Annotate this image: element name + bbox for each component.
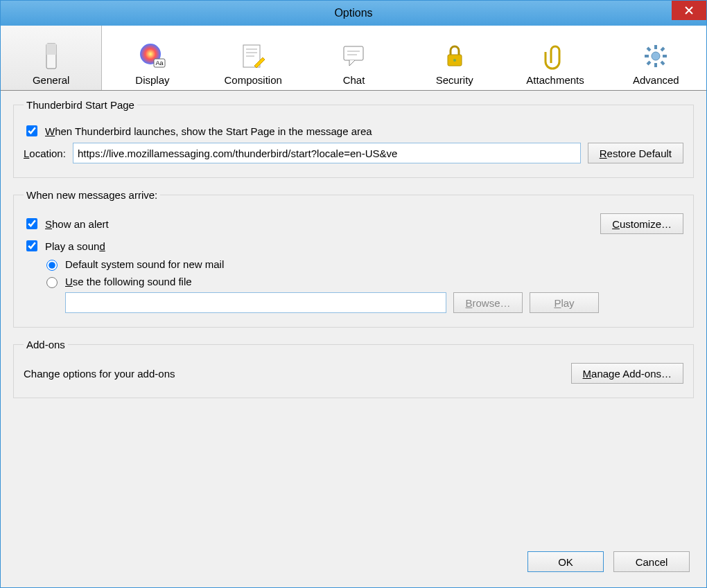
play-sound-label[interactable]: Play a sound — [24, 238, 105, 253]
close-button[interactable] — [672, 1, 706, 20]
svg-rect-9 — [344, 46, 363, 60]
dialog-footer: OK Cancel — [1, 539, 706, 587]
tab-label: Advanced — [633, 74, 679, 86]
restore-default-button[interactable]: Restore Default — [588, 143, 683, 163]
content-area: Thunderbird Start Page When Thunderbird … — [1, 91, 706, 539]
svg-text:Aa: Aa — [155, 60, 163, 66]
display-icon: Aa — [139, 42, 166, 70]
titlebar: Options — [1, 1, 706, 26]
options-window: Options General Aa Display — [0, 0, 707, 588]
svg-line-22 — [647, 62, 650, 64]
svg-line-20 — [661, 62, 664, 64]
security-icon — [441, 42, 469, 70]
show-alert-checkbox[interactable] — [26, 218, 37, 229]
tab-attachments[interactable]: Attachments — [505, 26, 605, 90]
group-addons: Add-ons Change options for your add-ons … — [13, 339, 694, 398]
custom-sound-radio[interactable] — [46, 277, 58, 288]
tab-security[interactable]: Security — [404, 26, 505, 90]
tab-label: Attachments — [526, 74, 584, 86]
svg-point-14 — [652, 52, 660, 60]
location-label: Location: — [24, 148, 66, 159]
group-legend: When new messages arrive: — [24, 189, 160, 201]
tab-display[interactable]: Aa Display — [102, 26, 202, 90]
tab-composition[interactable]: Composition — [203, 26, 304, 90]
tab-label: Display — [135, 74, 169, 86]
startpage-checkbox[interactable] — [26, 125, 37, 136]
tab-label: Composition — [225, 74, 282, 86]
group-legend: Add-ons — [24, 339, 68, 350]
browse-button[interactable]: Browse… — [453, 292, 523, 313]
tab-advanced[interactable]: Advanced — [606, 26, 706, 90]
play-sound-checkbox[interactable] — [26, 240, 37, 251]
chat-icon — [340, 42, 367, 70]
location-input[interactable] — [73, 143, 581, 163]
group-start-page: Thunderbird Start Page When Thunderbird … — [13, 99, 694, 178]
ok-button[interactable]: OK — [527, 551, 604, 572]
group-legend: Thunderbird Start Page — [24, 99, 137, 111]
manage-addons-button[interactable]: Manage Add-ons… — [571, 363, 683, 384]
custom-sound-label[interactable]: Use the following sound file — [43, 275, 192, 288]
tabstrip: General Aa Display Composition Chat — [1, 26, 706, 91]
composition-icon — [239, 42, 267, 70]
tab-label: General — [33, 74, 69, 86]
tab-label: Security — [436, 74, 473, 86]
close-icon — [685, 6, 693, 15]
window-title: Options — [1, 7, 706, 19]
group-new-messages: When new messages arrive: Show an alert … — [13, 189, 694, 328]
cancel-button[interactable]: Cancel — [613, 551, 690, 572]
general-icon — [37, 42, 65, 70]
customize-button[interactable]: Customize… — [600, 213, 683, 234]
svg-line-19 — [647, 48, 650, 51]
play-button[interactable]: Play — [530, 292, 599, 313]
soundfile-input[interactable] — [65, 292, 446, 313]
tab-label: Chat — [343, 74, 365, 86]
default-sound-label[interactable]: Default system sound for new mail — [43, 258, 224, 271]
addons-desc: Change options for your add-ons — [24, 368, 175, 380]
svg-line-21 — [661, 48, 664, 51]
svg-rect-1 — [46, 44, 56, 55]
startpage-checkbox-label[interactable]: When Thunderbird launches, show the Star… — [24, 123, 372, 139]
svg-point-13 — [453, 59, 456, 62]
tab-chat[interactable]: Chat — [304, 26, 404, 90]
advanced-icon — [642, 42, 670, 70]
tab-general[interactable]: General — [1, 26, 102, 90]
show-alert-label[interactable]: Show an alert — [24, 216, 109, 231]
default-sound-radio[interactable] — [46, 260, 58, 271]
attachments-icon — [541, 42, 569, 70]
